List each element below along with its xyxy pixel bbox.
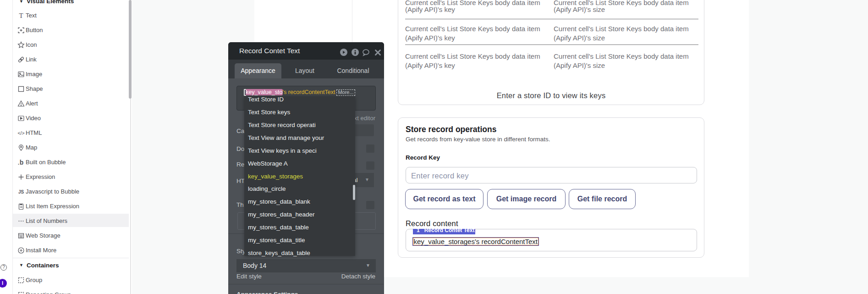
svg-text:</>: </> xyxy=(17,130,24,136)
svg-text:T: T xyxy=(19,12,23,19)
svg-text:JS: JS xyxy=(18,189,24,194)
svg-text:b: b xyxy=(20,159,24,166)
